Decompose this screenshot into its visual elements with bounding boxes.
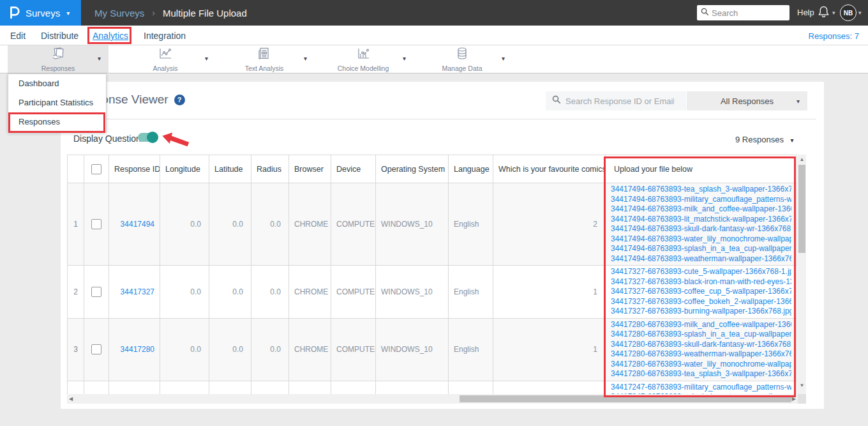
file-link[interactable]: 34417494-68763893-milk_and_coffee-wallpa… — [611, 204, 791, 215]
toolbar-tab-label: Choice Modelling — [338, 65, 389, 72]
header-latitude[interactable]: Latitude — [209, 155, 251, 183]
toolbar-tab-analysis[interactable]: Analysis ▾ — [115, 45, 216, 73]
analytics-toolbar: Responses ▾ Analysis ▾ Text Analysis ▾ C… — [0, 45, 868, 73]
scroll-up-arrow[interactable]: ▲ — [798, 156, 806, 162]
file-link[interactable]: 34417280-68763893-skull-dark-fantasy-wr-… — [611, 340, 791, 350]
language-cell: English — [449, 183, 493, 266]
help-link[interactable]: Help — [797, 8, 814, 17]
questionpro-logo-icon — [8, 3, 20, 22]
file-link[interactable]: 34417494-68763893-skull-dark-fantasy-wr-… — [611, 224, 791, 234]
response-search-input[interactable] — [565, 96, 674, 106]
file-link[interactable]: 34417494-68763893-weatherman-wallpaper-1… — [611, 254, 791, 264]
choice-modelling-scatter-icon — [355, 47, 371, 63]
scroll-right-arrow[interactable]: ▶ — [792, 396, 796, 402]
file-link[interactable]: 34417280-68763893-weatherman-wallpaper-1… — [611, 349, 791, 360]
response-id-cell[interactable]: 34417327 — [109, 266, 160, 319]
toolbar-tab-text-analysis[interactable]: Text Analysis ▾ — [214, 45, 315, 73]
help-icon[interactable]: ? — [174, 95, 185, 105]
responses-pages-icon — [50, 47, 66, 63]
header-radius[interactable]: Radius — [251, 155, 289, 183]
longitude-cell — [160, 381, 209, 394]
user-avatar[interactable]: NB — [840, 4, 857, 21]
scroll-left-arrow[interactable]: ◀ — [69, 396, 73, 402]
toolbar-tab-manage-data[interactable]: Manage Data ▾ — [412, 45, 513, 73]
chevron-down-icon[interactable]: ▾ — [858, 10, 862, 16]
menu-item-responses[interactable]: Responses — [8, 112, 106, 132]
menu-item-participant-statistics[interactable]: Participant Statistics — [8, 93, 106, 112]
comics-answer-cell: 1 — [493, 266, 606, 319]
display-questions-toggle[interactable] — [138, 133, 157, 142]
header-longitude[interactable]: Longitude — [160, 155, 209, 183]
chevron-down-icon[interactable]: ▾ — [304, 55, 307, 62]
file-link[interactable]: 34417494-68763893-lit_matchstick-wallpap… — [611, 215, 791, 225]
header-device[interactable]: Device — [331, 155, 376, 183]
vertical-scrollbar[interactable]: ▲ ▼ — [798, 155, 806, 394]
response-filter-dropdown[interactable]: All Responses ▾ — [687, 91, 807, 110]
breadcrumb: My Surveys › Multiple File Upload — [94, 0, 247, 26]
scroll-down-arrow[interactable]: ▼ — [798, 383, 806, 388]
header-comics-question[interactable]: Which is your favourite comics? — [493, 155, 606, 183]
toolbar-tab-choice-modelling[interactable]: Choice Modelling ▾ — [313, 45, 414, 73]
toolbar-tab-responses[interactable]: Responses ▾ — [8, 45, 108, 73]
nav-tab-distribute[interactable]: Distribute — [41, 31, 79, 41]
chevron-down-icon[interactable]: ▾ — [832, 10, 835, 16]
global-search-input[interactable] — [712, 8, 782, 18]
file-link[interactable]: 34417494-68763893-military_camouflage_pa… — [611, 195, 791, 205]
chevron-down-icon[interactable]: ▾ — [502, 55, 505, 62]
nav-tab-analytics[interactable]: Analytics — [93, 31, 128, 41]
comics-answer-cell: 1 — [493, 318, 606, 381]
menu-item-dashboard[interactable]: Dashboard — [8, 74, 106, 93]
radius-cell: 0.0 — [251, 266, 289, 319]
uploaded-files-cell: 34417247-68763893-military_camouflage_pa… — [606, 381, 797, 394]
file-link[interactable]: 34417327-68763893-cute_5-wallpaper-1366x… — [611, 267, 791, 277]
breadcrumb-separator: › — [152, 8, 155, 18]
response-id-cell[interactable]: 34417280 — [109, 318, 160, 381]
vertical-scrollbar-thumb[interactable] — [798, 165, 805, 253]
file-link[interactable]: 34417327-68763893-black-iron-man-with-re… — [611, 277, 791, 287]
header-operating-system[interactable]: Operating System — [376, 155, 449, 183]
nav-tab-edit[interactable]: Edit — [10, 31, 26, 41]
file-link[interactable]: 34417280-68763893-tea_splash_3-wallpaper… — [611, 369, 791, 379]
file-link[interactable]: 34417327-68763893-coffee_cup_5-wallpaper… — [611, 287, 791, 297]
file-link[interactable]: 34417280-68763893-splash_in_a_tea_cup-wa… — [611, 330, 791, 340]
browser-cell — [289, 381, 331, 394]
horizontal-scrollbar-thumb[interactable] — [460, 395, 791, 402]
file-link[interactable]: 34417494-68763893-water_lily_monochrome-… — [611, 234, 791, 245]
row-checkbox[interactable] — [91, 219, 101, 229]
file-link[interactable]: 34417327-68763893-burning-wallpaper-1366… — [611, 307, 791, 317]
header-response-id[interactable]: Response ID▲ — [109, 155, 160, 183]
responses-dropdown-menu: Dashboard Participant Statistics Respons… — [8, 73, 107, 132]
chevron-down-icon[interactable]: ▾ — [205, 55, 208, 62]
notifications-bell-icon[interactable] — [818, 5, 830, 21]
toggle-knob — [147, 132, 158, 143]
row-checkbox[interactable] — [91, 287, 101, 297]
table-row: 1344174940.00.00.0CHROMECOMPUTERWINDOWS_… — [68, 183, 797, 266]
file-link[interactable]: 34417247-68763893-military_camouflage_pa… — [611, 383, 791, 393]
header-language[interactable]: Language — [449, 155, 493, 183]
uploaded-files-cell: 34417327-68763893-cute_5-wallpaper-1366x… — [606, 266, 797, 319]
longitude-cell: 0.0 — [160, 266, 209, 319]
file-link[interactable]: 34417280-68763893-water_lily_monochrome-… — [611, 360, 791, 370]
device-cell: COMPUTER — [331, 266, 376, 319]
table-row: 2344173270.00.00.0CHROMECOMPUTERWINDOWS_… — [68, 266, 797, 319]
response-id-cell[interactable]: 34417494 — [109, 183, 160, 266]
breadcrumb-my-surveys[interactable]: My Surveys — [94, 8, 144, 19]
nav-tab-integration[interactable]: Integration — [144, 31, 186, 41]
chevron-down-icon[interactable]: ▾ — [403, 55, 406, 62]
file-link[interactable]: 34417327-68763893-coffee_bokeh_2-wallpap… — [611, 297, 791, 307]
chevron-down-icon[interactable]: ▾ — [98, 55, 101, 62]
select-all-checkbox[interactable] — [91, 164, 101, 174]
header-upload-question[interactable]: Upload your file below — [606, 155, 797, 183]
file-link[interactable]: 34417494-68763893-splash_in_a_tea_cup-wa… — [611, 244, 791, 254]
responses-count-dropdown[interactable]: 9 Responses ▾ — [735, 135, 794, 144]
header-browser[interactable]: Browser — [289, 155, 331, 183]
row-number-cell: 2 — [68, 266, 84, 319]
responses-count-badge[interactable]: Responses: 7 — [809, 31, 860, 41]
row-checkbox[interactable] — [91, 344, 101, 354]
file-link[interactable]: 34417494-68763893-tea_splash_3-wallpaper… — [611, 185, 791, 195]
scrollbar-corner — [798, 394, 806, 404]
product-switcher[interactable]: Surveys ▾ — [0, 0, 81, 26]
horizontal-scrollbar[interactable]: ◀ ▶ — [67, 394, 798, 404]
display-questions-label: Display Questions — [73, 133, 146, 144]
file-link[interactable]: 34417280-68763893-milk_and_coffee-wallpa… — [611, 320, 791, 330]
